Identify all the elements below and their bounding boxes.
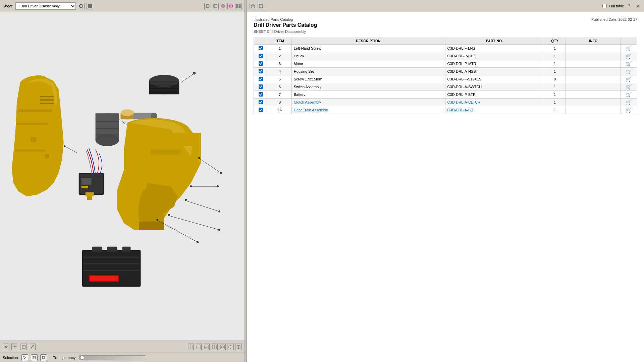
view-btn-4[interactable] [227,3,234,9]
cart-icon[interactable]: 🛒 [626,92,632,97]
grid-btn[interactable] [87,3,93,9]
row-desc[interactable]: Clutch Assembly [291,99,445,106]
row-info [566,91,621,99]
row-partno-link[interactable]: C3D-DRL-A-GT [447,108,474,112]
print-btn[interactable] [250,3,256,9]
layout-btn-7[interactable] [235,344,242,350]
row-checkbox[interactable] [259,84,263,89]
col-item: ITEM [268,38,291,45]
cart-icon[interactable]: 🛒 [626,100,632,105]
svg-rect-66 [107,247,117,252]
row-partno: C3D-DRL-P-CHK [445,52,544,60]
row-item: 6 [268,83,291,91]
table-row: 8Clutch AssemblyC3D-DRL-A-CLTCH1🛒 [254,99,637,106]
svg-rect-17 [149,84,179,85]
canvas-area[interactable]: Gear [0,12,245,341]
row-desc: Screw 1.9x15mm [291,75,445,83]
transparency-slider[interactable] [79,355,146,360]
cart-icon[interactable]: 🛒 [626,69,632,74]
bottom-toolbar [0,341,245,353]
row-cart[interactable]: 🛒 [621,60,637,68]
crosshair-btn[interactable] [3,344,9,350]
full-table-checkbox[interactable] [602,4,607,8]
layout-btn-1[interactable] [187,344,194,350]
close-panel-btn[interactable]: ✕ [635,3,641,9]
row-partno[interactable]: C3D-DRL-A-CLTCH [445,99,544,106]
svg-rect-87 [196,345,200,349]
layout-btn-5[interactable] [219,344,226,350]
table-row: 7BatteryC3D-DRL-P-BTR1🛒 [254,91,637,99]
row-info [566,52,621,60]
rect-btn[interactable] [20,344,27,350]
help-btn[interactable]: ? [626,3,633,9]
svg-rect-70 [84,257,140,258]
row-checkbox[interactable] [259,108,263,112]
layout-btn-2[interactable] [195,344,202,350]
svg-rect-19 [149,89,179,91]
svg-rect-92 [220,345,224,349]
catalog-content: Illustrated Parts Catalog Drill Driver P… [247,12,644,362]
row-desc-link[interactable]: Gear Train Assembly [294,108,328,112]
row-checkbox[interactable] [259,54,263,58]
svg-point-22 [121,109,134,116]
row-checkbox[interactable] [259,100,263,104]
row-cart[interactable]: 🛒 [621,106,637,114]
table-row: 1Left-Hand ScrewC3D-DRL-F-LHS1🛒 [254,45,637,52]
row-cart[interactable]: 🛒 [621,75,637,83]
row-info [566,83,621,91]
row-desc: Chuck [291,52,445,60]
bottom-toolbar-right [187,344,242,350]
row-partno: C3D-DRL-P-BTR [445,91,544,99]
row-partno[interactable]: C3D-DRL-A-GT [445,106,544,114]
selection-type-3[interactable] [40,354,47,361]
row-info [566,75,621,83]
cart-icon[interactable]: 🛒 [626,46,632,51]
selection-type-1[interactable] [21,354,28,361]
row-cart[interactable]: 🛒 [621,99,637,106]
view-btn-5[interactable] [235,3,242,9]
view-btn-2[interactable] [212,3,219,9]
row-cart[interactable]: 🛒 [621,52,637,60]
row-checkbox[interactable] [259,61,263,66]
export-btn[interactable] [258,3,264,9]
row-desc-link[interactable]: Clutch Assembly [294,100,321,104]
cart-icon[interactable]: 🛒 [626,76,632,82]
transparency-thumb [80,356,84,360]
view-btn-1[interactable] [204,3,211,9]
transparency-label: Transparency: [53,356,76,360]
svg-rect-60 [40,103,54,104]
row-qty: 1 [544,99,566,106]
svg-rect-100 [252,4,254,6]
row-cart[interactable]: 🛒 [621,45,637,52]
cart-icon[interactable]: 🛒 [626,84,632,89]
svg-rect-8 [236,4,238,8]
cart-icon[interactable]: 🛒 [626,61,632,66]
selection-type-2[interactable] [31,354,38,361]
row-cart[interactable]: 🛒 [621,91,637,99]
refresh-btn[interactable] [78,3,85,9]
row-cart[interactable]: 🛒 [621,83,637,91]
cart-icon[interactable]: 🛒 [626,107,632,113]
measure-btn[interactable] [29,344,36,350]
row-checkbox[interactable] [259,77,263,81]
svg-rect-5 [207,5,209,7]
row-checkbox[interactable] [259,46,263,50]
plus-btn[interactable] [11,344,18,350]
layout-btn-6[interactable] [227,344,234,350]
svg-rect-91 [215,345,216,349]
row-checkbox[interactable] [259,92,263,97]
sheet-select[interactable]: · Drill Driver Disassembly [15,2,76,10]
row-partno-link[interactable]: C3D-DRL-A-CLTCH [447,100,480,104]
cart-icon[interactable]: 🛒 [626,53,632,59]
layout-btn-3[interactable] [203,344,210,350]
row-desc: Battery [291,91,445,99]
row-item: 5 [268,75,291,83]
layout-btn-4[interactable] [211,344,218,350]
view-btn-3[interactable] [220,3,226,9]
svg-rect-53 [86,192,94,196]
right-panel: Full table ? ✕ Illustrated Parts Catalog… [247,0,644,362]
row-cart[interactable]: 🛒 [621,68,637,75]
row-checkbox[interactable] [259,69,263,73]
row-desc[interactable]: Gear Train Assembly [291,106,445,114]
parts-table: ITEM DESCRIPTION PART NO. QTY INFO 1Left… [254,38,637,114]
